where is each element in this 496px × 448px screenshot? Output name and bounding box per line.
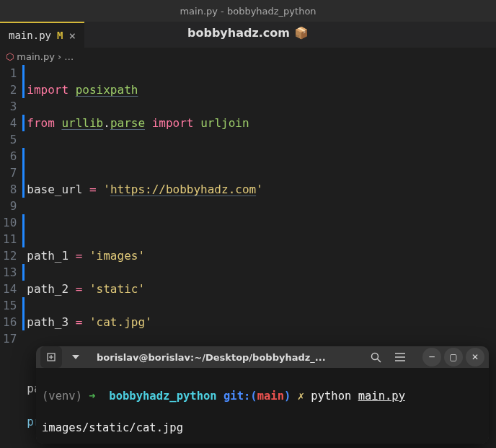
window-titlebar: main.py - bobbyhadz_python (0, 0, 496, 22)
brand-text: bobbyhadz.com (187, 26, 290, 40)
terminal-window[interactable]: borislav@borislav:~/Desktop/bobbyhadz_..… (36, 346, 489, 444)
tab-bar: main.py M × bobbyhadz.com 📦 (0, 22, 496, 48)
window-title: main.py - bobbyhadz_python (180, 6, 316, 17)
plus-icon (46, 352, 56, 362)
new-tab-button[interactable] (40, 346, 62, 368)
search-icon (371, 352, 381, 363)
breadcrumb[interactable]: ⬡ main.py › … (0, 48, 496, 65)
svg-point-3 (371, 353, 378, 359)
chevron-right-icon: › (58, 51, 61, 62)
terminal-title: borislav@borislav:~/Desktop/bobbyhadz_..… (89, 352, 362, 363)
tab-main-py[interactable]: main.py M × (0, 22, 84, 48)
dropdown-button[interactable] (65, 346, 87, 368)
close-icon: ✕ (471, 352, 479, 362)
maximize-button[interactable]: ▢ (444, 348, 463, 366)
breadcrumb-file: main.py (17, 51, 55, 62)
close-icon[interactable]: × (68, 29, 76, 43)
line-number-gutter: 1234567891011121314151617 (0, 65, 22, 448)
breadcrumb-ellipsis: … (64, 51, 74, 62)
hamburger-icon (395, 353, 405, 361)
search-button[interactable] (365, 346, 386, 368)
package-icon: 📦 (294, 26, 309, 40)
minimize-button[interactable]: ─ (422, 348, 441, 366)
minimize-icon: ─ (429, 352, 434, 362)
maximize-icon: ▢ (449, 352, 457, 362)
svg-line-4 (377, 359, 381, 362)
close-button[interactable]: ✕ (466, 348, 484, 366)
tab-filename: main.py (9, 30, 51, 41)
menu-button[interactable] (389, 346, 411, 368)
terminal-titlebar: borislav@borislav:~/Desktop/bobbyhadz_..… (36, 346, 489, 368)
tab-modified-indicator: M (57, 30, 63, 41)
brand-label: bobbyhadz.com 📦 (187, 26, 309, 40)
terminal-output[interactable]: (venv) ➜ bobbyhadz_python git:(main) ✗ p… (36, 368, 489, 444)
chevron-down-icon (72, 355, 79, 359)
